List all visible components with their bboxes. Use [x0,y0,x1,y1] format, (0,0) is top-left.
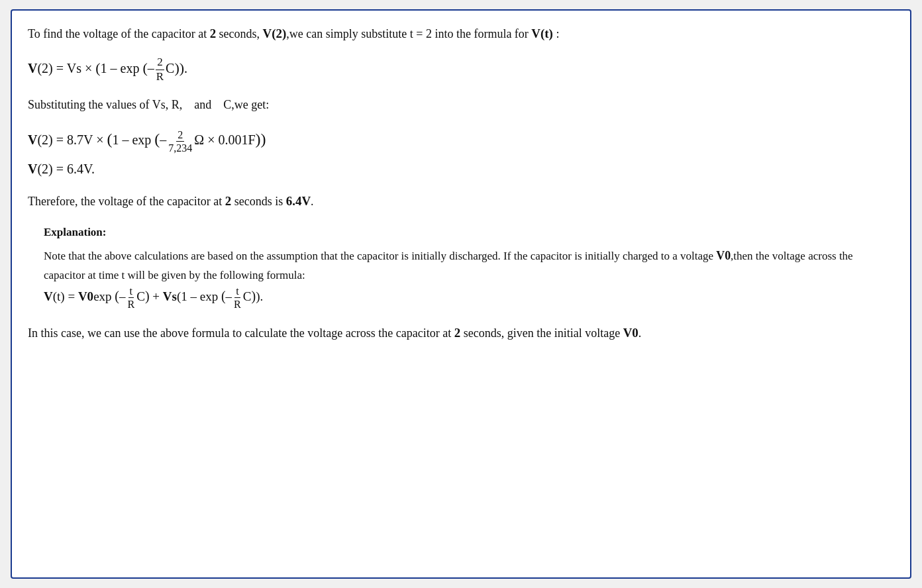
conclusion-text-1: In this case, we can use the above formu… [28,326,454,340]
explanation-box: Explanation: Note that the above calcula… [28,223,894,311]
therefore-time: 2 [225,194,231,208]
time-value: 2 [210,26,216,40]
calc-line-2: V(2) = 6.4V. [28,158,894,179]
substituting-paragraph: Substituting the values of Vs, R, and C,… [28,95,894,115]
calc-line-1: V(2) = 8.7V × (1 – exp (–27,234Ω × 0.001… [28,126,894,154]
conclusion-text-2: seconds, given the initial voltage [460,326,623,340]
subst-text-2: C,we get: [223,98,269,111]
intro-text-1: To find the voltage of the capacitor at [28,27,210,40]
therefore-text-1: Therefore, the voltage of the capacitor … [28,195,225,208]
V0-label-1: V0 [716,249,731,262]
intro-text-4: : [553,27,560,40]
explanation-title: Explanation: [44,223,894,241]
intro-text-3: ,we can simply substitute t = 2 into the… [286,27,531,40]
explanation-body: Note that the above calculations are bas… [44,246,894,311]
conclusion-paragraph: In this case, we can use the above formu… [28,323,894,343]
conclusion-text-3: . [639,326,642,340]
conclusion-time: 2 [454,326,460,340]
subst-and: and [194,98,211,111]
calculation-block: V(2) = 8.7V × (1 – exp (–27,234Ω × 0.001… [28,126,894,179]
Vt-label: V(t) [531,26,553,40]
intro-text-2: seconds, [216,27,263,40]
main-content-box: To find the voltage of the capacitor at … [11,9,911,579]
subst-text-1: Substituting the values of Vs, R, [28,98,182,111]
therefore-result: 6.4V [286,194,311,208]
explanation-text-1: Note that the above calculations are bas… [44,250,716,262]
intro-paragraph: To find the voltage of the capacitor at … [28,24,894,44]
therefore-text-2: seconds is [231,195,286,208]
formula-block: V(2) = Vs × (1 – exp (–2RC)). [28,56,894,83]
formula-text: V(2) = Vs × (1 – exp (–2RC)). [28,61,187,75]
conclusion-V0: V0 [623,326,639,340]
therefore-text-3: . [311,195,314,208]
V2-label: V(2) [263,26,287,40]
explanation-formula: V(t) = V0exp (–tRC) + Vs(1 – exp (–tRC))… [44,289,263,303]
therefore-paragraph: Therefore, the voltage of the capacitor … [28,191,894,211]
